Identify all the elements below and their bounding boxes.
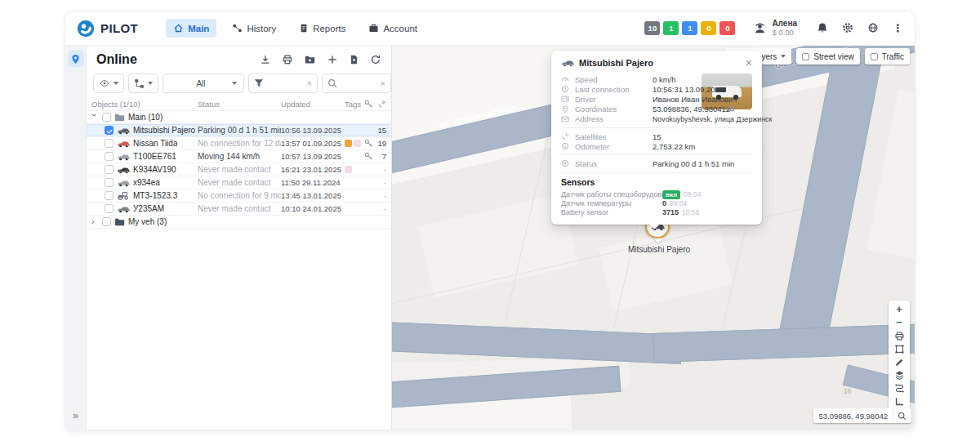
group-row[interactable]: ›My veh (3) (87, 216, 391, 229)
group-select[interactable]: All (163, 74, 244, 93)
gear-icon[interactable] (842, 22, 853, 33)
scale-icon[interactable] (889, 394, 910, 408)
add-object-icon[interactable] (327, 54, 338, 65)
map-canvas[interactable]: ул. Дзержинского Ulitsa Dzerzhinskogo 16… (392, 46, 915, 430)
satellite-count: - (375, 191, 386, 200)
layers-icon[interactable] (889, 368, 910, 381)
satellite-count: - (375, 178, 386, 187)
search-input[interactable]: × (322, 74, 391, 93)
expand-caret-icon[interactable]: › (91, 114, 98, 121)
expand-panel-button[interactable]: » (73, 410, 78, 425)
key-icon (364, 139, 373, 148)
tab-reports[interactable]: Reports (292, 19, 353, 38)
vehicle-tags (345, 166, 364, 173)
group-checkbox[interactable] (102, 217, 111, 226)
vehicle-row[interactable]: Mitsubishi PajeroParking 00 d 1 h 51 min… (87, 124, 391, 137)
zoom-in-button[interactable]: + (889, 303, 910, 316)
group-name: My veh (3) (128, 217, 167, 226)
app-logo[interactable]: PILOT (77, 20, 138, 38)
measure-icon[interactable] (889, 355, 910, 368)
column-updated[interactable]: Updated (281, 100, 345, 109)
select-area-icon[interactable] (889, 342, 910, 355)
vehicle-checkbox[interactable] (105, 204, 114, 213)
road (653, 323, 915, 362)
vehicle-status: No connection for 9 mon (198, 191, 281, 200)
vehicle-checkbox[interactable] (105, 191, 114, 200)
counter-badge[interactable]: 10 (644, 21, 660, 35)
zoom-out-button[interactable]: − (889, 316, 910, 329)
home-icon (173, 23, 184, 33)
add-folder-icon[interactable] (304, 54, 316, 65)
topbar-icons: ⋮ (817, 22, 903, 34)
download-icon[interactable] (260, 54, 271, 65)
odometer-icon (561, 142, 570, 150)
vehicle-checkbox[interactable] (105, 178, 114, 187)
expand-caret-icon[interactable]: › (91, 218, 99, 225)
user-menu[interactable]: Алена $ 0.00 (753, 19, 797, 37)
car-icon (117, 205, 130, 213)
bell-icon[interactable] (817, 22, 828, 33)
street-view-checkbox[interactable] (802, 53, 809, 60)
vehicle-checkbox[interactable] (105, 165, 114, 174)
cursor-coordinates: 53.09886, 49.98042 (813, 408, 911, 423)
clear-filter-icon[interactable]: × (307, 78, 312, 88)
map-block (867, 89, 915, 263)
vehicle-name: Nissan Tiida (133, 139, 177, 148)
object-rows: ›Main (10)Mitsubishi PajeroParking 00 d … (87, 111, 391, 430)
vehicle-row[interactable]: У235АМNever made contact10:10 24.01.2025… (87, 203, 391, 216)
vehicle-checkbox[interactable] (105, 139, 114, 148)
vehicle-row[interactable]: МТЗ-1523.3No connection for 9 mon13:45 1… (87, 189, 391, 203)
filter-row: All × × (93, 74, 385, 93)
driver-key (364, 152, 375, 161)
driver-key-column-icon[interactable] (364, 100, 375, 109)
column-tags[interactable]: Tags (345, 100, 364, 109)
vehicle-row[interactable]: K934AV190Never made contact16:21 23.01.2… (87, 163, 391, 176)
folder-icon (114, 217, 125, 226)
tab-account[interactable]: Account (361, 19, 425, 38)
globe-icon[interactable] (867, 22, 879, 33)
panel-title: Online (96, 52, 137, 67)
vehicle-row[interactable]: Nissan TiidaNo connection for 12 day13:5… (87, 137, 391, 150)
history-icon (232, 23, 243, 33)
notification-badges: 101100 (644, 21, 735, 35)
tag-filter-input[interactable]: × (248, 74, 318, 93)
street-view-toggle[interactable]: Street view (796, 48, 859, 65)
add-file-icon[interactable] (349, 54, 359, 65)
satellites-column-icon[interactable] (375, 100, 386, 109)
refresh-icon[interactable] (370, 54, 381, 65)
vehicle-row[interactable]: x934eaNever made contact11:50 29.11.2024… (87, 176, 391, 189)
clear-search-icon[interactable]: × (381, 78, 385, 88)
vehicle-name: Mitsubishi Pajero (133, 126, 195, 135)
visibility-filter-button[interactable] (93, 74, 124, 93)
column-status[interactable]: Status (198, 100, 281, 109)
tab-main[interactable]: Main (166, 19, 216, 38)
group-row[interactable]: ›Main (10) (87, 111, 391, 124)
column-objects[interactable]: Objects (1/10) (91, 100, 198, 109)
close-icon[interactable]: × (746, 58, 752, 68)
print-icon[interactable] (282, 54, 293, 65)
tab-history[interactable]: History (225, 19, 283, 38)
vehicle-checkbox[interactable] (105, 152, 114, 161)
kebab-menu-icon[interactable]: ⋮ (893, 22, 903, 34)
route-icon[interactable] (889, 381, 910, 394)
vehicle-status: No connection for 12 day (198, 139, 281, 148)
traffic-checkbox[interactable] (871, 53, 878, 60)
vehicle-row[interactable]: T100EE761Moving 144 km/h10:57 13.09.2025… (87, 150, 391, 163)
copy-link-icon[interactable] (726, 105, 735, 113)
counter-badge[interactable]: 0 (719, 21, 735, 35)
map-pin-icon (70, 54, 81, 65)
traffic-toggle[interactable]: Traffic (865, 48, 910, 65)
parcel-number: 16 (844, 387, 851, 395)
counter-badge[interactable]: 0 (701, 21, 716, 35)
grouping-filter-button[interactable] (128, 74, 158, 93)
road (392, 322, 682, 364)
satellite-icon (561, 132, 570, 140)
map-pin-tab[interactable] (68, 51, 84, 67)
group-checkbox[interactable] (102, 113, 111, 122)
vehicle-checkbox[interactable] (105, 126, 114, 135)
last-connection-value: 10:56:31 13.09.2025 (653, 85, 724, 94)
magnifier-icon[interactable] (893, 408, 906, 423)
print-map-icon[interactable] (889, 329, 910, 342)
counter-badge[interactable]: 1 (663, 21, 679, 35)
counter-badge[interactable]: 1 (682, 21, 697, 35)
